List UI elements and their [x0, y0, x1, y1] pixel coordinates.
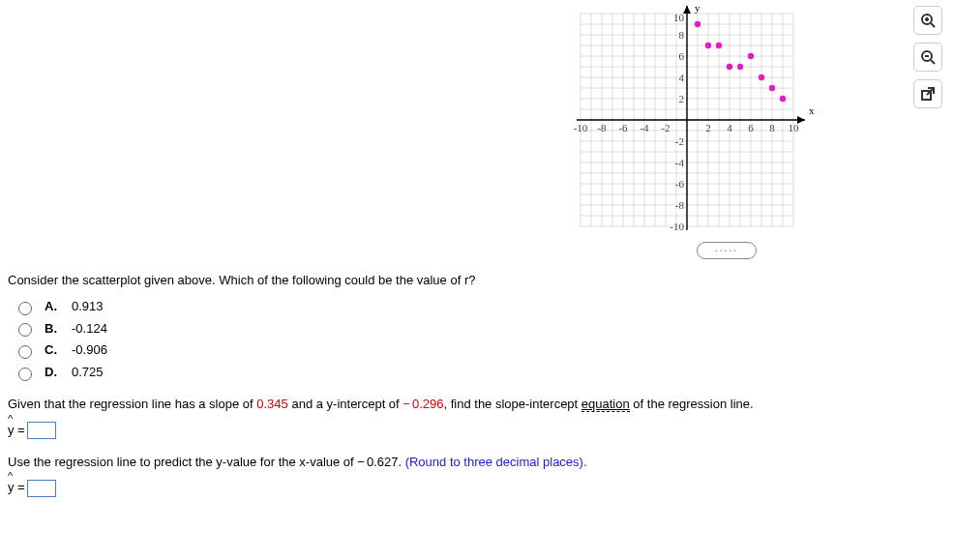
- svg-text:4: 4: [679, 72, 685, 83]
- svg-text:6: 6: [748, 122, 754, 133]
- svg-text:-4: -4: [640, 122, 649, 133]
- x-axis-label: x: [809, 104, 815, 116]
- question-2-answer-line: y =: [8, 419, 944, 441]
- q3-neg: −: [357, 455, 365, 469]
- q2-text-2: and a y-intercept of: [288, 397, 403, 411]
- y-axis-label: y: [695, 4, 701, 14]
- choice-a[interactable]: A. 0.913: [14, 297, 944, 317]
- q3-text-1: Use the regression line to predict the y…: [8, 455, 357, 469]
- svg-point-66: [716, 43, 722, 48]
- svg-point-70: [759, 74, 764, 80]
- popout-button[interactable]: [913, 79, 942, 108]
- svg-text:-4: -4: [675, 157, 685, 168]
- radio-c[interactable]: [18, 345, 32, 359]
- svg-point-72: [780, 96, 786, 102]
- q3-xval: 0.627.: [367, 455, 405, 469]
- question-3-prompt: Use the regression line to predict the y…: [8, 453, 944, 473]
- svg-text:-2: -2: [675, 135, 684, 147]
- scatterplot-svg: x y -10 -8 -6 -4 -2 2 4 6 8 10 -10 -8 -6…: [561, 4, 890, 236]
- radio-d[interactable]: [18, 368, 32, 381]
- svg-text:-6: -6: [618, 122, 628, 133]
- svg-point-65: [705, 43, 711, 48]
- q3-answer-input[interactable]: [27, 480, 56, 497]
- question-3-answer-line: y =: [8, 476, 944, 498]
- graph-menu-ellipsis[interactable]: .....: [697, 242, 757, 259]
- q2-text-4: of the regression line.: [630, 397, 754, 411]
- yhat-symbol-2: y =: [8, 476, 25, 498]
- svg-text:-6: -6: [675, 178, 685, 190]
- svg-point-64: [695, 21, 701, 27]
- choice-a-value: 0.913: [72, 297, 104, 317]
- q2-neg: −: [402, 397, 410, 411]
- svg-text:-2: -2: [661, 122, 670, 133]
- svg-text:-8: -8: [597, 122, 607, 133]
- svg-text:-10: -10: [670, 221, 684, 232]
- choice-c-letter: C.: [45, 340, 62, 361]
- choice-c-value: -0.906: [72, 340, 107, 361]
- zoom-out-button[interactable]: [913, 43, 942, 72]
- q2-text-1: Given that the regression line has a slo…: [8, 397, 256, 411]
- svg-point-67: [727, 64, 732, 70]
- zoom-out-icon: [920, 49, 936, 65]
- svg-text:2: 2: [679, 93, 685, 104]
- q2-slope: 0.345: [256, 397, 288, 411]
- choice-a-letter: A.: [45, 297, 62, 317]
- choice-d[interactable]: D. 0.725: [14, 363, 944, 383]
- svg-text:8: 8: [679, 29, 685, 41]
- zoom-in-button[interactable]: [913, 6, 942, 35]
- svg-point-71: [769, 85, 775, 91]
- radio-a[interactable]: [18, 302, 32, 315]
- q2-intercept: 0.296: [412, 397, 444, 411]
- scatterplot-graph: x y -10 -8 -6 -4 -2 2 4 6 8 10 -10 -8 -6…: [561, 4, 890, 236]
- q2-equation-link[interactable]: equation: [581, 397, 630, 412]
- svg-point-69: [748, 53, 754, 59]
- svg-text:10: 10: [789, 122, 800, 133]
- svg-text:-10: -10: [574, 122, 588, 133]
- zoom-in-icon: [920, 13, 936, 28]
- yhat-symbol-1: y =: [8, 419, 25, 441]
- q2-text-3: , find the slope-intercept: [443, 397, 581, 411]
- svg-line-74: [931, 23, 935, 27]
- question-1-choices: A. 0.913 B. -0.124 C. -0.906 D. 0.725: [14, 297, 944, 383]
- svg-text:8: 8: [769, 122, 775, 133]
- svg-point-68: [737, 64, 743, 70]
- choice-b-value: -0.124: [72, 319, 107, 339]
- svg-text:-8: -8: [675, 199, 685, 211]
- choice-b[interactable]: B. -0.124: [14, 319, 944, 339]
- svg-text:4: 4: [727, 122, 732, 133]
- q2-answer-input[interactable]: [27, 422, 56, 439]
- choice-d-value: 0.725: [72, 363, 104, 383]
- choice-d-letter: D.: [45, 363, 62, 383]
- q3-note: (Round to three decimal places).: [405, 455, 587, 469]
- svg-text:6: 6: [679, 50, 685, 62]
- choice-b-letter: B.: [45, 319, 62, 339]
- radio-b[interactable]: [18, 323, 32, 337]
- popout-icon: [920, 86, 936, 102]
- choice-c[interactable]: C. -0.906: [14, 340, 944, 361]
- question-2-prompt: Given that the regression line has a slo…: [8, 395, 944, 415]
- svg-text:2: 2: [705, 122, 711, 133]
- svg-text:10: 10: [673, 12, 685, 23]
- svg-line-78: [931, 60, 935, 64]
- question-1-prompt: Consider the scatterplot given above. Wh…: [8, 271, 944, 291]
